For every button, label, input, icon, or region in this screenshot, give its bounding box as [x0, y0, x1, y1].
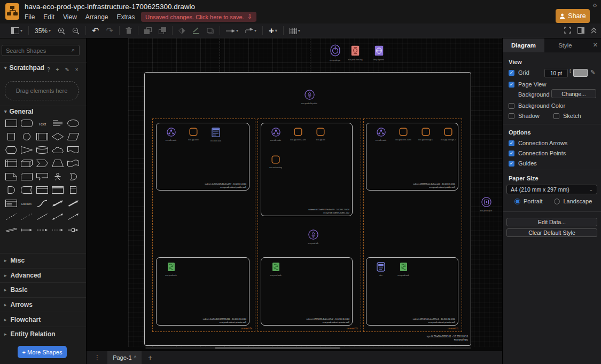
palette-shape-dashed-arrow-link[interactable]	[37, 229, 48, 231]
palette-shape-link[interactable]	[6, 229, 17, 232]
palette-shape-bidirectional-connector[interactable]	[52, 213, 63, 220]
sidebar-section-flowchart[interactable]: ▸Flowchart	[0, 312, 86, 327]
palette-shape-list[interactable]	[6, 200, 17, 207]
palette-shape-or[interactable]	[71, 173, 77, 180]
guides-row[interactable]: ✓Guides	[509, 160, 537, 167]
connection-points-row[interactable]: ✓Connection Points	[509, 150, 566, 156]
palette-shape-process[interactable]	[37, 133, 48, 140]
node-icon[interactable]: eco-alb-node	[266, 128, 286, 141]
subnet-eco-prod-subnet-public-az3[interactable]: eco-alb-nodeeco-grp-web-3-anseco-grp-sto…	[366, 123, 458, 191]
edit-scratchpad-icon[interactable]: ✎	[65, 67, 69, 73]
palette-shape-container[interactable]	[37, 187, 48, 194]
violetbox-icon[interactable]: dhcp-options	[369, 45, 389, 61]
igw-icon[interactable]: eco-prod-igw	[325, 44, 345, 61]
palette-shape-card[interactable]	[21, 173, 33, 180]
palette-shape-actor[interactable]	[55, 173, 61, 180]
sg-icon[interactable]: eco-grp-storage-1	[416, 128, 436, 141]
grid-checkbox-row[interactable]: ✓ Grid	[509, 69, 529, 76]
help-icon[interactable]: ?	[47, 67, 50, 73]
page-tab[interactable]: Page-1 ^	[107, 351, 142, 364]
sketch-row[interactable]: Sketch	[553, 113, 581, 119]
theme-toggle-icon[interactable]: ☼	[592, 1, 598, 9]
shadow-checkbox[interactable]	[509, 113, 514, 119]
guides-checkbox[interactable]: ✓	[509, 161, 514, 167]
palette-shape-dotted-line[interactable]	[22, 214, 32, 220]
add-page-button[interactable]: +	[148, 353, 152, 362]
grid-size-stepper[interactable]: ▲▼	[569, 68, 572, 73]
redo-button[interactable]: ↷	[106, 27, 113, 35]
background-color-checkbox[interactable]	[509, 103, 514, 109]
menu-item-file[interactable]: File	[25, 13, 35, 21]
pages-menu-icon[interactable]: ⋮	[94, 354, 101, 361]
add-to-scratchpad-icon[interactable]: +	[56, 67, 59, 73]
close-scratchpad-icon[interactable]: ×	[75, 67, 79, 73]
page-view-row[interactable]: ✓ Page View	[509, 81, 546, 88]
sketch-checkbox[interactable]	[553, 113, 559, 119]
tab-diagram[interactable]: Diagram	[503, 38, 544, 52]
waypoint-style-button[interactable]: ▾	[245, 28, 256, 34]
more-shapes-button[interactable]: + More Shapes	[18, 346, 67, 358]
connection-arrows-row[interactable]: ✓Connection Arrows	[509, 140, 567, 146]
sg-icon[interactable]: eco-grp-int	[310, 128, 331, 141]
grid-size-input[interactable]	[544, 69, 568, 77]
fill-color-button[interactable]	[178, 27, 185, 34]
unsaved-changes-banner[interactable]: Unsaved changes. Click here to save. ⇩	[141, 12, 256, 22]
dns-icon[interactable]: dns	[371, 262, 391, 276]
vpc-endpoint-icon[interactable]: eco-prod-vpce	[476, 197, 496, 212]
palette-shape-list-item[interactable]: List Item	[21, 202, 32, 205]
menu-item-arrange[interactable]: Arrange	[85, 13, 108, 21]
to-back-button[interactable]	[159, 27, 166, 34]
green-icon[interactable]: eco-prod-web	[266, 262, 286, 276]
palette-shape-tape[interactable]	[68, 160, 79, 167]
grid-checkbox[interactable]: ✓	[509, 70, 514, 76]
grid-color-swatch[interactable]	[573, 69, 588, 77]
palette-shape-textbox[interactable]	[53, 121, 63, 125]
delete-button[interactable]	[126, 27, 132, 34]
palette-shape-rectangle[interactable]	[6, 120, 17, 127]
landscape-radio[interactable]: Landscape	[554, 198, 592, 204]
sg-icon[interactable]: eco-grp-web-3-ans	[393, 128, 413, 141]
sg-icon[interactable]: eco-nat-routing	[266, 155, 286, 169]
palette-shape-vertical-container[interactable]	[71, 187, 76, 194]
palette-shape-triangle[interactable]	[21, 147, 33, 154]
palette-shape-data-storage[interactable]	[21, 187, 33, 194]
palette-shape-rounded-rectangle[interactable]	[21, 120, 33, 127]
palette-shape-dashed-line[interactable]	[6, 214, 17, 220]
zoom-in-button[interactable]	[58, 27, 65, 35]
redbox-icon[interactable]: eco-prod-flow-log	[345, 45, 365, 61]
portrait-radio[interactable]: Portrait	[514, 198, 542, 204]
palette-shape-arrow-link[interactable]	[21, 229, 32, 232]
subnet-eco-prod-subnet-public-az1[interactable]: eco-alb-nodeeco-grp-webeco-ecs-tasksubne…	[156, 123, 249, 191]
format-panel-toggle[interactable]	[577, 26, 584, 36]
scratchpad-dropzone[interactable]: Drag elements here	[5, 81, 79, 100]
sidebar-section-misc[interactable]: ▸Misc	[0, 253, 86, 268]
palette-shape-callout[interactable]	[37, 173, 48, 180]
palette-shape-text[interactable]: Text	[38, 122, 46, 126]
table-button[interactable]: ▾	[290, 28, 300, 34]
menu-item-view[interactable]: View	[63, 13, 77, 21]
palette-shape-hexagon[interactable]	[6, 147, 17, 154]
palette-shape-step[interactable]	[37, 160, 48, 167]
menu-item-extras[interactable]: Extras	[117, 13, 135, 21]
edit-data-button[interactable]: Edit Data...	[506, 218, 597, 226]
sidebar-section-entity-relation[interactable]: ▸Entity Relation	[0, 327, 86, 342]
paper-size-select[interactable]: A4 (210 mm x 297 mm) ⌄	[506, 185, 597, 194]
palette-shape-dotted-arrow-link[interactable]	[52, 229, 63, 231]
palette-shape-parallelogram[interactable]	[68, 133, 79, 140]
shadow-button[interactable]	[207, 28, 214, 34]
palette-shape-curve[interactable]	[37, 200, 47, 207]
palette-shape-document[interactable]	[68, 147, 79, 153]
page-view-checkbox[interactable]: ✓	[509, 82, 514, 88]
connection-arrows-checkbox[interactable]: ✓	[509, 140, 514, 146]
clear-default-style-button[interactable]: Clear Default Style	[506, 228, 597, 237]
sidebar-section-arrows[interactable]: ▸Arrows	[0, 297, 86, 312]
diagram-canvas[interactable]: eco-prod-igweco-prod-flow-logdhcp-option…	[87, 38, 502, 351]
fullscreen-button[interactable]	[564, 26, 571, 36]
line-color-button[interactable]	[192, 27, 200, 34]
undo-button[interactable]: ↶	[92, 27, 99, 35]
sidebar-section-advanced[interactable]: ▸Advanced	[0, 268, 86, 283]
zoom-level-dropdown[interactable]: 35% ▾	[35, 28, 51, 34]
palette-shape-cylinder[interactable]	[37, 147, 48, 154]
subnet-eco-prod-subnet-private-az3[interactable]: dnseco-prod-websubnet-08942f42cdcc895e2 …	[366, 257, 458, 326]
change-background-button[interactable]: Change...	[551, 89, 596, 98]
